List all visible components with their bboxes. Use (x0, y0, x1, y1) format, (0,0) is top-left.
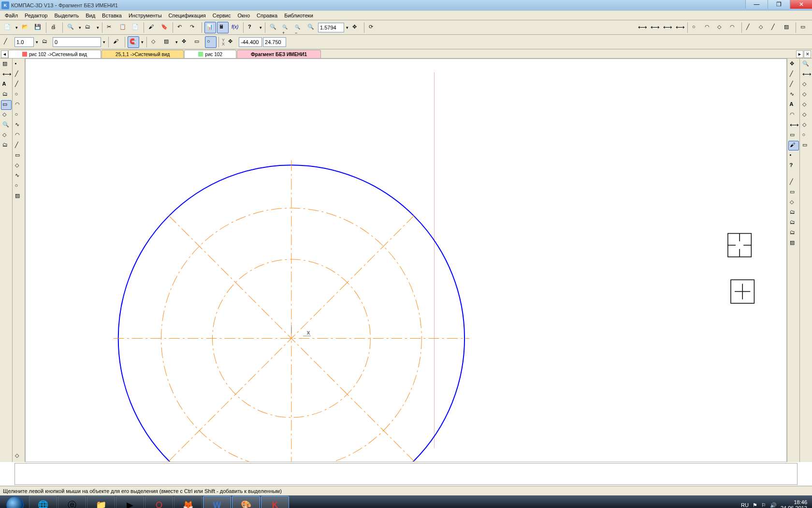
rt-b4[interactable] (801, 90, 812, 100)
menu-editor[interactable]: Редактор (22, 12, 50, 19)
rt-b7[interactable] (801, 120, 812, 130)
dim-tolerance-button[interactable] (798, 22, 810, 33)
menu-tools[interactable]: Инструменты (126, 12, 165, 19)
undo-button[interactable] (175, 22, 187, 33)
zoom-window-button[interactable] (268, 22, 279, 33)
taskbar-opera[interactable]: O (145, 496, 173, 508)
dim-angle-button[interactable] (715, 22, 727, 33)
command-panel[interactable] (14, 463, 798, 485)
dim-base-button[interactable] (661, 22, 673, 33)
pan-button[interactable] (350, 22, 362, 33)
rt-a15[interactable] (788, 208, 799, 218)
rt-a7[interactable] (788, 120, 799, 130)
dim-diameter-button[interactable] (690, 22, 702, 33)
tab-4-active[interactable]: Фрагмент БЕЗ ИМЕНИ1 (237, 50, 321, 58)
rt-b1[interactable] (801, 60, 812, 69)
coord-y-input[interactable] (239, 37, 262, 47)
new-button[interactable] (2, 22, 14, 33)
copy-button[interactable] (117, 22, 129, 33)
tool-equidistant[interactable] (14, 181, 24, 191)
properties-button[interactable] (83, 22, 95, 33)
local-cs-button[interactable] (180, 36, 191, 48)
print-button[interactable] (49, 22, 60, 33)
rt-b5[interactable] (801, 100, 812, 110)
tray-lang[interactable]: RU (741, 502, 749, 508)
system-tray[interactable]: RU ⚑ ⚐ 🔊 18:46 24.06.2012 (741, 499, 810, 508)
start-button[interactable] (2, 495, 28, 508)
close-button[interactable]: ✕ (790, 0, 812, 9)
tray-clock[interactable]: 18:46 24.06.2012 (781, 499, 807, 508)
mode-notations[interactable] (1, 80, 12, 90)
rt-a11[interactable] (788, 161, 799, 171)
cut-button[interactable] (105, 22, 116, 33)
menu-service[interactable]: Сервис (210, 12, 234, 19)
rt-a9[interactable] (788, 141, 799, 150)
tab-scroll-left[interactable]: ◄ (1, 50, 8, 58)
menu-window[interactable]: Окно (234, 12, 253, 19)
tool-contour[interactable] (14, 171, 24, 181)
tool-point[interactable] (14, 60, 24, 69)
redo-button[interactable] (188, 22, 200, 33)
rt-a8[interactable] (788, 131, 799, 140)
rt-b8[interactable] (801, 131, 812, 140)
menu-help[interactable]: Справка (254, 12, 280, 19)
mode-edit[interactable] (1, 100, 12, 110)
context-help-button[interactable] (246, 22, 258, 33)
grid-button[interactable] (162, 36, 174, 48)
tool-polygon[interactable] (14, 161, 24, 171)
taskbar-word[interactable]: W (203, 496, 231, 508)
rt-a16[interactable] (788, 218, 799, 228)
tab-close[interactable]: ✕ (804, 50, 811, 58)
format-brush-button[interactable] (146, 22, 158, 33)
preview-button[interactable] (65, 22, 77, 33)
tray-flag-icon[interactable]: ⚑ (753, 502, 757, 508)
tray-action-center-icon[interactable]: ⚐ (761, 502, 766, 508)
taskbar-firefox[interactable]: 🦊 (174, 496, 202, 508)
tab-3[interactable]: рис 102 (184, 50, 236, 58)
tool-rectangle[interactable] (14, 151, 24, 161)
tool-chamfer[interactable] (14, 141, 24, 150)
dim-arc-button[interactable] (728, 22, 740, 33)
rt-a14[interactable] (788, 198, 799, 208)
scale-input[interactable] (14, 37, 34, 47)
maximize-button[interactable]: ❐ (768, 0, 790, 9)
rt-a6[interactable] (788, 110, 799, 120)
tab-2[interactable]: 25,1,1 ->Системный вид (102, 50, 184, 58)
tab-scroll-right[interactable]: ► (796, 50, 803, 58)
minimize-button[interactable]: — (745, 0, 768, 9)
menu-view[interactable]: Вид (83, 12, 98, 19)
dim-table-button[interactable] (782, 22, 794, 33)
taskbar-chrome[interactable]: 🌐 (29, 496, 57, 508)
dim-section-button[interactable] (769, 22, 781, 33)
variables-button[interactable] (217, 22, 229, 33)
mode-measure[interactable] (1, 120, 12, 130)
rt-a17[interactable] (788, 228, 799, 238)
zoom-in-button[interactable] (280, 22, 292, 33)
paste-button[interactable] (130, 22, 142, 33)
zoom-value-input[interactable] (318, 23, 344, 32)
rt-a12[interactable] (788, 178, 799, 187)
rt-a18[interactable] (788, 239, 799, 248)
tool-aux-line[interactable] (14, 70, 24, 79)
rt-a2[interactable] (788, 70, 799, 79)
rt-b2[interactable] (801, 70, 812, 79)
coord-cursor-button[interactable] (226, 36, 238, 48)
ortho-button[interactable] (192, 36, 204, 48)
taskbar-ie[interactable]: ⓔ (58, 496, 86, 508)
rt-b6[interactable] (801, 110, 812, 120)
snap-toggle[interactable] (128, 36, 139, 48)
rt-b3[interactable] (801, 80, 812, 90)
dim-auto-button[interactable] (674, 22, 685, 33)
menu-select[interactable]: Выделить (51, 12, 82, 19)
manager-button[interactable] (204, 22, 216, 33)
zoom-fit-button[interactable] (305, 22, 317, 33)
round-button[interactable] (205, 36, 217, 48)
mode-dims[interactable] (1, 70, 12, 79)
tool-spline[interactable] (14, 120, 24, 130)
tool-segment[interactable] (14, 80, 24, 90)
rt-a4[interactable] (788, 90, 799, 100)
menu-spec[interactable]: Спецификация (166, 12, 209, 19)
rt-a3[interactable] (788, 80, 799, 90)
mode-geometry[interactable] (1, 60, 12, 69)
menu-insert[interactable]: Вставка (99, 12, 125, 19)
